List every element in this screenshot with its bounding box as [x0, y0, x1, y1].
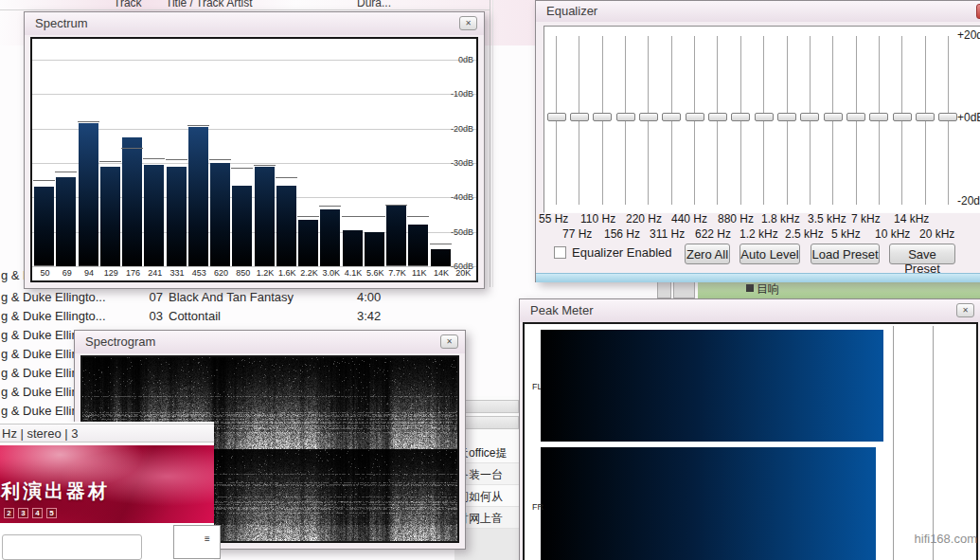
spectrum-window: Spectrum ✕ 0dB-10dB-20dB-30dB-40dB-50dB-… — [24, 11, 485, 289]
spectrum-peak-line — [385, 205, 407, 206]
peak-meter-bar-fl — [541, 330, 883, 442]
eq-frequency-label: 880 Hz — [718, 212, 754, 226]
equalizer-close-button[interactable]: ✕ — [976, 4, 980, 19]
spectrum-bar — [431, 249, 451, 266]
peak-meter-channel-label: FR — [532, 502, 543, 512]
eq-slider-handle[interactable] — [938, 113, 957, 121]
background-green-strip — [698, 280, 980, 299]
eq-frequency-label: 110 Hz — [580, 212, 615, 226]
background-scrollbar-fragment — [673, 280, 695, 298]
peak-meter-channel-label: FL — [532, 382, 543, 391]
playlist-row[interactable]: g & Duke Ellingto...07Black And Tan Fant… — [0, 287, 490, 306]
playlist-header-duration[interactable]: Dura... — [357, 0, 391, 9]
spectrum-titlebar[interactable]: Spectrum ✕ — [25, 12, 484, 35]
playlist-cell: g & Duke Ellin — [1, 385, 79, 399]
spectrum-bar — [210, 163, 230, 266]
equalizer-slider-panel: +20dB+0dB-20dB — [543, 26, 980, 213]
spectrum-peak-line — [342, 216, 364, 217]
eq-button-load-preset[interactable]: Load Preset — [811, 244, 880, 264]
peak-meter-title: Peak Meter — [530, 303, 593, 317]
spectrogram-close-button[interactable]: ✕ — [440, 334, 458, 349]
eq-frequency-label: 311 Hz — [650, 227, 685, 241]
eq-slider-handle[interactable] — [846, 113, 865, 121]
spectrum-frequency-label: 50 — [34, 268, 56, 278]
eq-button-save-preset[interactable]: Save Preset — [889, 244, 955, 264]
spectrum-peak-line — [99, 161, 121, 162]
eq-slider-handle[interactable] — [731, 113, 750, 121]
spectrum-bar — [343, 230, 363, 266]
spectrum-gridline — [32, 266, 476, 267]
eq-slider-handle[interactable] — [755, 113, 774, 121]
background-scrollbar-fragment — [657, 280, 671, 298]
playlist-cell: g & Duke Ellin — [1, 404, 79, 418]
playlist-panel-divider — [490, 0, 490, 287]
spectrum-peak-line — [430, 244, 452, 244]
eq-frequency-label: 20 kHz — [919, 227, 954, 241]
playlist-row[interactable]: g & Duke Ellingto...03Cottontail3:42 — [0, 306, 490, 325]
playlist-header-track[interactable]: Track — [114, 0, 142, 9]
spectrum-bar — [298, 220, 318, 266]
eq-slider-handle[interactable] — [686, 113, 704, 121]
spectrum-bar — [34, 187, 54, 266]
equalizer-title: Equalizer — [546, 4, 597, 18]
eq-slider-handle[interactable] — [708, 113, 727, 121]
close-icon: ✕ — [446, 337, 453, 346]
spectrum-peak-line — [187, 125, 209, 126]
empty-input-box[interactable] — [2, 534, 142, 560]
page-button[interactable]: 3 — [18, 508, 28, 518]
spectrogram-titlebar[interactable]: Spectrogram ✕ — [75, 331, 465, 353]
eq-slider-handle[interactable] — [869, 113, 888, 121]
eq-frequency-label: 14 kHz — [894, 212, 929, 226]
ad-banner-caption: 利演出器材 — [1, 479, 110, 504]
eq-button-auto-level[interactable]: Auto Level — [739, 244, 800, 264]
eq-frequency-label: 1.8 kHz — [761, 212, 800, 226]
spectrum-frequency-label: 620 — [210, 268, 232, 278]
eq-scale-label: -20dB — [957, 194, 980, 208]
playlist-header-title[interactable]: Title / Track Artist — [166, 0, 253, 9]
ad-banner[interactable]: 利演出器材 2345 — [0, 445, 214, 523]
spectrum-db-label: -40dB — [451, 192, 473, 202]
status-bar: Hz | stereo | 3 — [0, 424, 214, 443]
eq-slider-handle[interactable] — [593, 113, 612, 121]
spectrum-frequency-label: 1.6K — [276, 268, 298, 278]
spectrum-frequency-label: 331 — [167, 268, 188, 278]
spectrum-db-label: -20dB — [451, 124, 473, 134]
eq-frequency-label: 2.5 kHz — [785, 227, 824, 241]
close-icon: ✕ — [465, 19, 472, 27]
page-button[interactable]: 5 — [46, 508, 57, 518]
playlist-cell: Black And Tan Fantasy — [169, 290, 294, 304]
eq-slider-handle[interactable] — [662, 113, 681, 121]
eq-slider-handle[interactable] — [893, 113, 912, 121]
eq-slider-handle[interactable] — [570, 113, 589, 121]
peak-meter-titlebar[interactable]: Peak Meter ✕ — [520, 299, 980, 322]
spectrum-bar — [232, 186, 252, 266]
eq-slider-handle[interactable] — [547, 113, 566, 121]
spectrum-peak-line — [121, 148, 143, 149]
peak-meter-close-button[interactable]: ✕ — [956, 303, 974, 317]
spectrum-frequency-label: 14K — [431, 268, 453, 278]
spectrum-bar — [144, 165, 164, 266]
spectrum-peak-line — [143, 158, 165, 159]
eq-slider-handle[interactable] — [616, 113, 635, 121]
playlist-panel-divider-highlight — [492, 0, 493, 287]
eq-slider-handle[interactable] — [639, 113, 658, 121]
spectrum-bar — [386, 206, 406, 266]
eq-frequency-label: 55 Hz — [539, 212, 568, 226]
playlist-cell: g & Duke Ellingto... — [1, 290, 106, 304]
eq-slider-handle[interactable] — [777, 113, 796, 121]
page-button[interactable]: 4 — [32, 508, 43, 518]
eq-button-zero-all[interactable]: Zero All — [685, 244, 730, 264]
equalizer-enabled-checkbox[interactable] — [554, 246, 566, 259]
spectrum-frequency-label: 129 — [100, 268, 122, 278]
page-button[interactable]: 2 — [4, 508, 14, 518]
spectrum-gridline — [32, 60, 476, 61]
spectrum-close-button[interactable]: ✕ — [459, 16, 477, 30]
equalizer-titlebar[interactable]: Equalizer — [536, 1, 980, 22]
list-icon — [746, 284, 754, 292]
eq-slider-handle[interactable] — [824, 113, 843, 121]
eq-slider-handle[interactable] — [800, 113, 819, 121]
eq-slider-handle[interactable] — [916, 113, 935, 121]
playlist-cell: 3:42 — [357, 309, 381, 323]
spectrum-frequency-label: 20K — [453, 268, 474, 278]
spectrum-bar — [188, 127, 208, 266]
